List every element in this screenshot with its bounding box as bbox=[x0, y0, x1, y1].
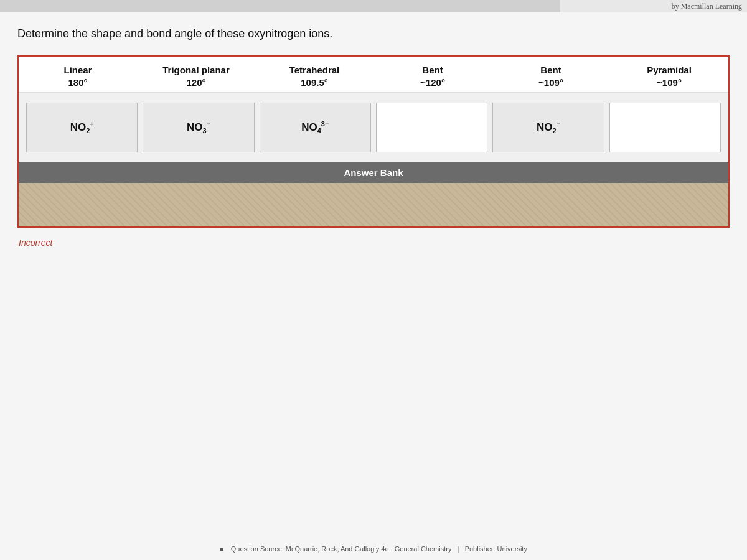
drop-zones-row: NO2+ NO3− NO43− NO2− bbox=[19, 93, 728, 162]
col-header-bent109: Bent ~109° bbox=[492, 64, 610, 88]
answer-bank-bar: Answer Bank bbox=[19, 162, 728, 183]
footer-citation: ■ Question Source: McQuarrie, Rock, And … bbox=[0, 545, 747, 553]
footer-bullet: ■ bbox=[220, 545, 224, 553]
drop-zone-bent109[interactable]: NO2− bbox=[492, 103, 604, 152]
ion-no2-plus: NO2+ bbox=[70, 120, 94, 134]
col-shape-tetrahedral: Tetrahedral bbox=[289, 65, 340, 75]
col-shape-bent109: Bent bbox=[540, 65, 561, 75]
col-angle-bent109: ~109° bbox=[492, 77, 610, 89]
ion-no2-minus: NO2− bbox=[537, 120, 560, 134]
incorrect-status: Incorrect bbox=[19, 238, 730, 248]
ion-no3-minus: NO3− bbox=[187, 120, 210, 134]
col-header-pyramidal: Pyramidal ~109° bbox=[610, 64, 728, 88]
question-title: Determine the shape and bond angle of th… bbox=[17, 27, 730, 40]
main-content: Determine the shape and bond angle of th… bbox=[0, 12, 747, 560]
col-header-trigonal: Trigonal planar 120° bbox=[137, 64, 255, 88]
columns-header: Linear 180° Trigonal planar 120° Tetrahe… bbox=[19, 57, 728, 93]
col-header-linear: Linear 180° bbox=[19, 64, 137, 88]
answer-bank-area[interactable] bbox=[19, 183, 728, 226]
col-angle-tetrahedral: 109.5° bbox=[255, 77, 374, 89]
col-angle-pyramidal: ~109° bbox=[610, 77, 728, 89]
drop-zone-trigonal[interactable]: NO3− bbox=[143, 103, 254, 152]
col-header-bent120: Bent ~120° bbox=[374, 64, 492, 88]
top-bar-text: by Macmillan Learning bbox=[672, 2, 742, 11]
footer-publisher: Publisher: University bbox=[465, 545, 527, 553]
drop-zone-linear[interactable]: NO2+ bbox=[26, 103, 138, 152]
col-shape-bent120: Bent bbox=[422, 65, 443, 75]
col-header-tetrahedral: Tetrahedral 109.5° bbox=[255, 64, 374, 88]
col-angle-linear: 180° bbox=[19, 77, 137, 89]
col-shape-linear: Linear bbox=[63, 65, 92, 75]
drop-zone-tetrahedral[interactable]: NO43− bbox=[260, 103, 371, 152]
col-angle-bent120: ~120° bbox=[374, 77, 492, 89]
col-angle-trigonal: 120° bbox=[137, 77, 255, 89]
col-shape-pyramidal: Pyramidal bbox=[647, 65, 692, 75]
answer-bank-label: Answer Bank bbox=[344, 167, 403, 178]
drop-zone-bent120[interactable] bbox=[376, 103, 487, 152]
exercise-box: Linear 180° Trigonal planar 120° Tetrahe… bbox=[17, 55, 730, 228]
footer-citation-text: Question Source: McQuarrie, Rock, And Ga… bbox=[231, 545, 452, 553]
drop-zone-pyramidal[interactable] bbox=[609, 103, 721, 152]
col-shape-trigonal: Trigonal planar bbox=[162, 65, 230, 75]
top-bar: by Macmillan Learning bbox=[560, 0, 747, 12]
ion-no4-3minus: NO43− bbox=[301, 120, 329, 134]
